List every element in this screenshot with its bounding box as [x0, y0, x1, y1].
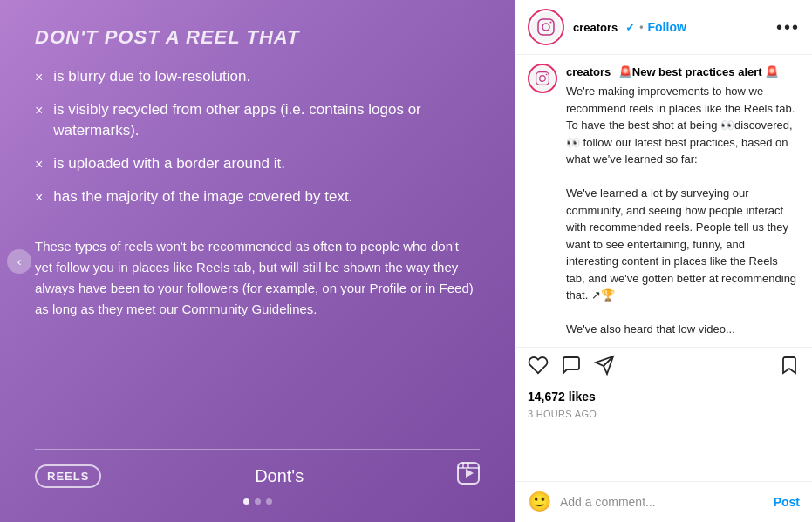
likes-count: 14,672 likes [515, 388, 812, 407]
list-item: × has the majority of the image covered … [35, 186, 480, 207]
like-button[interactable] [528, 355, 549, 381]
list-item: × is blurry due to low-resolution. [35, 66, 480, 87]
share-button[interactable] [594, 355, 615, 381]
header-username: creators [573, 21, 618, 34]
more-options-button[interactable]: ••• [776, 18, 800, 36]
username-row: creators ✓ • Follow [573, 20, 776, 34]
comment-input-row: 🙂 Post [515, 481, 812, 522]
caption-alert: 🚨New best practices alert 🚨 [618, 65, 779, 78]
verified-icon: ✓ [625, 21, 635, 34]
x-icon: × [35, 101, 43, 120]
dot-3[interactable] [266, 498, 272, 505]
x-icon: × [35, 68, 43, 87]
separator: • [639, 21, 643, 33]
list-item: × is visibly recycled from other apps (i… [35, 99, 480, 141]
slide-dots [35, 498, 480, 505]
insta-icon [536, 17, 556, 37]
prev-arrow[interactable]: ‹ [7, 249, 31, 274]
reels-badge: REELS [35, 464, 101, 488]
post-time: 3 HOURS AGO [515, 407, 812, 426]
x-icon: × [35, 155, 43, 174]
post-caption-area: creators 🚨New best practices alert 🚨 We'… [515, 55, 812, 348]
post-comment-button[interactable]: Post [774, 495, 800, 509]
post-actions-row [515, 348, 812, 388]
post-scroll-content[interactable]: creators 🚨New best practices alert 🚨 We'… [515, 55, 812, 481]
svg-point-10 [546, 74, 548, 76]
comment-input[interactable] [560, 495, 765, 509]
header-user-info: creators ✓ • Follow [573, 20, 776, 34]
bookmark-button[interactable] [779, 355, 800, 381]
dot-1[interactable] [243, 498, 249, 505]
reel-bottom-section: REELS Dont's [35, 449, 480, 505]
instagram-post-panel: creators ✓ • Follow ••• creator [515, 0, 812, 522]
caption-avatar [528, 64, 557, 93]
caption-body: We're making improvements to how we reco… [566, 83, 800, 338]
svg-point-9 [540, 76, 546, 82]
comment-button[interactable] [561, 355, 582, 381]
bottom-bar: REELS Dont's [35, 462, 480, 490]
svg-rect-5 [538, 19, 554, 35]
svg-marker-1 [466, 469, 474, 478]
reel-description: These types of reels won't be recommende… [35, 236, 480, 320]
reel-dont-list: × is blurry due to low-resolution. × is … [35, 66, 480, 220]
svg-point-7 [550, 22, 552, 24]
list-item: × is uploaded with a border around it. [35, 153, 480, 174]
avatar [528, 9, 564, 45]
caption-username: creators [566, 65, 611, 78]
divider [35, 449, 480, 450]
x-icon: × [35, 188, 43, 207]
svg-point-6 [542, 24, 549, 31]
caption-content: creators 🚨New best practices alert 🚨 We'… [566, 64, 800, 338]
dot-2[interactable] [255, 498, 261, 505]
svg-rect-8 [536, 72, 549, 85]
emoji-button[interactable]: 🙂 [528, 491, 551, 513]
follow-button[interactable]: Follow [648, 20, 686, 34]
reel-content-panel: ‹ DON'T POST A REEL THAT × is blurry due… [0, 0, 515, 522]
reel-title: DON'T POST A REEL THAT [35, 26, 480, 49]
small-insta-icon [535, 71, 550, 86]
bottom-label: Dont's [255, 466, 304, 486]
post-header: creators ✓ • Follow ••• [515, 0, 812, 55]
reel-play-icon [457, 462, 480, 490]
